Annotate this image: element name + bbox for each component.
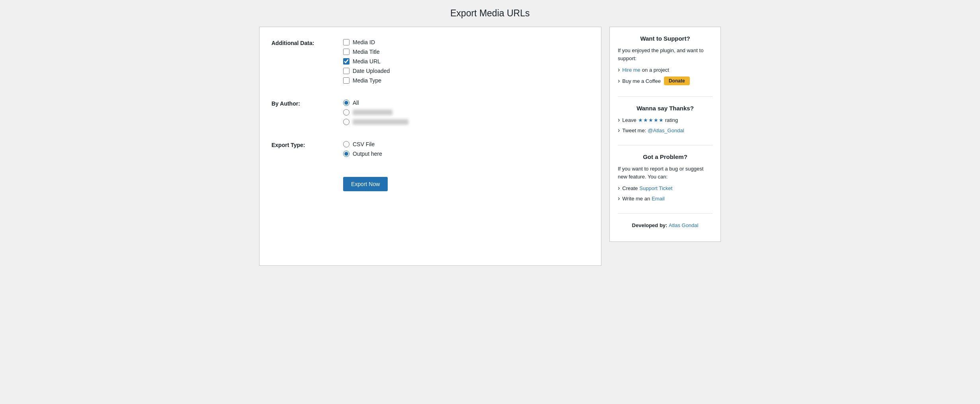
- sidebar-developer-section: Developed by: Atlas Gondal: [618, 222, 713, 229]
- radio-type-csv[interactable]: CSV File: [343, 141, 382, 147]
- sidebar-support-description: If you enjoyed the plugin, and want to s…: [618, 47, 713, 62]
- star-1: ★: [638, 117, 643, 123]
- checkbox-media-id-input[interactable]: [343, 39, 349, 45]
- export-type-row: Export Type: CSV File Output here: [271, 141, 589, 161]
- radio-type-output-input[interactable]: [343, 151, 349, 157]
- sidebar-thanks-title: Wanna say Thanks?: [618, 105, 713, 112]
- radio-author-2-label: [353, 119, 408, 125]
- main-panel: Additional Data: Media ID Media Title Me…: [259, 27, 601, 266]
- sidebar-problem-title: Got a Problem?: [618, 153, 713, 160]
- email-link[interactable]: Email: [652, 196, 665, 202]
- sidebar-problem-section: Got a Problem? If you want to report a b…: [618, 153, 713, 214]
- page-title: Export Media URLs: [259, 8, 721, 19]
- export-type-fields: CSV File Output here: [343, 141, 382, 157]
- support-ticket-link[interactable]: Support Ticket: [639, 185, 672, 191]
- radio-author-all-input[interactable]: [343, 100, 349, 106]
- sidebar-support-title: Want to Support?: [618, 35, 713, 42]
- sidebar-support-item-hire-text: on a project: [642, 67, 669, 73]
- checkbox-media-type-label: Media Type: [353, 77, 381, 84]
- sidebar-problem-item-email: Write me an Email: [618, 195, 713, 202]
- sidebar-problem-description: If you want to report a bug or suggest n…: [618, 165, 713, 180]
- developer-link[interactable]: Atlas Gondal: [669, 222, 698, 228]
- radio-author-1-label: [353, 110, 392, 115]
- radio-author-1-input[interactable]: [343, 109, 349, 116]
- checkbox-date-uploaded-label: Date Uploaded: [353, 68, 390, 74]
- sidebar-developer-text: Developed by: Atlas Gondal: [618, 222, 713, 229]
- sidebar-thanks-item-rating: Leave ★★★★★ rating: [618, 116, 713, 124]
- star-3: ★: [648, 117, 653, 123]
- sidebar-thanks-rating-before: Leave: [622, 117, 636, 123]
- sidebar-thanks-rating-after: rating: [665, 117, 678, 123]
- checkbox-media-type[interactable]: Media Type: [343, 77, 390, 84]
- checkbox-media-title-input[interactable]: [343, 49, 349, 55]
- sidebar-support-item-donate: Buy me a Coffee Donate: [618, 76, 713, 85]
- radio-author-2-input[interactable]: [343, 119, 349, 125]
- star-2: ★: [643, 117, 648, 123]
- star-5: ★: [659, 117, 664, 123]
- checkbox-date-uploaded[interactable]: Date Uploaded: [343, 68, 390, 74]
- checkbox-media-url-input[interactable]: [343, 58, 349, 65]
- checkbox-media-title[interactable]: Media Title: [343, 49, 390, 55]
- content-area: Additional Data: Media ID Media Title Me…: [259, 27, 721, 266]
- sidebar-thanks-section: Wanna say Thanks? Leave ★★★★★ rating Twe…: [618, 105, 713, 145]
- radio-author-all[interactable]: All: [343, 100, 408, 106]
- sidebar-problem-item-ticket: Create Support Ticket: [618, 184, 713, 192]
- star-4: ★: [654, 117, 658, 123]
- sidebar-problem-list: Create Support Ticket Write me an Email: [618, 184, 713, 202]
- additional-data-row: Additional Data: Media ID Media Title Me…: [271, 39, 589, 88]
- by-author-fields: All: [343, 100, 408, 125]
- export-now-button[interactable]: Export Now: [343, 177, 388, 191]
- radio-author-2[interactable]: [343, 119, 408, 125]
- radio-type-output[interactable]: Output here: [343, 151, 382, 157]
- sidebar-thanks-item-tweet: Tweet me: @Atlas_Gondal: [618, 127, 713, 134]
- rating-stars: ★★★★★: [638, 117, 664, 123]
- hire-me-link[interactable]: Hire me: [622, 67, 640, 73]
- checkbox-media-url-label: Media URL: [353, 58, 381, 65]
- twitter-link[interactable]: @Atlas_Gondal: [648, 127, 684, 133]
- checkbox-media-type-input[interactable]: [343, 77, 349, 84]
- checkbox-media-url[interactable]: Media URL: [343, 58, 390, 65]
- additional-data-label: Additional Data:: [271, 39, 343, 46]
- sidebar-problem-ticket-before: Create: [622, 185, 638, 191]
- sidebar-support-item-hire: Hire me on a project: [618, 66, 713, 73]
- sidebar-support-section: Want to Support? If you enjoyed the plug…: [618, 35, 713, 97]
- radio-author-all-label: All: [353, 100, 359, 106]
- sidebar-problem-email-before: Write me an: [622, 196, 650, 202]
- checkbox-media-id-label: Media ID: [353, 39, 375, 45]
- checkbox-date-uploaded-input[interactable]: [343, 68, 349, 74]
- sidebar-developer-label: Developed by:: [632, 222, 669, 228]
- sidebar-support-item-donate-text: Buy me a Coffee: [622, 78, 661, 84]
- sidebar-thanks-tweet-before: Tweet me:: [622, 127, 646, 133]
- radio-type-output-label: Output here: [353, 151, 382, 157]
- donate-button[interactable]: Donate: [664, 76, 690, 85]
- export-button-wrapper: Export Now: [343, 173, 589, 191]
- sidebar-panel: Want to Support? If you enjoyed the plug…: [609, 27, 721, 242]
- checkbox-media-title-label: Media Title: [353, 49, 380, 55]
- radio-author-1[interactable]: [343, 109, 408, 116]
- export-type-label: Export Type:: [271, 141, 343, 148]
- by-author-label: By Author:: [271, 100, 343, 107]
- radio-type-csv-label: CSV File: [353, 141, 375, 147]
- sidebar-support-list: Hire me on a project Buy me a Coffee Don…: [618, 66, 713, 85]
- rating-link[interactable]: ★★★★★: [638, 117, 664, 123]
- sidebar-thanks-list: Leave ★★★★★ rating Tweet me: @Atlas_Gond…: [618, 116, 713, 134]
- radio-type-csv-input[interactable]: [343, 141, 349, 147]
- by-author-row: By Author: All: [271, 100, 589, 129]
- additional-data-fields: Media ID Media Title Media URL Date Uplo…: [343, 39, 390, 84]
- checkbox-media-id[interactable]: Media ID: [343, 39, 390, 45]
